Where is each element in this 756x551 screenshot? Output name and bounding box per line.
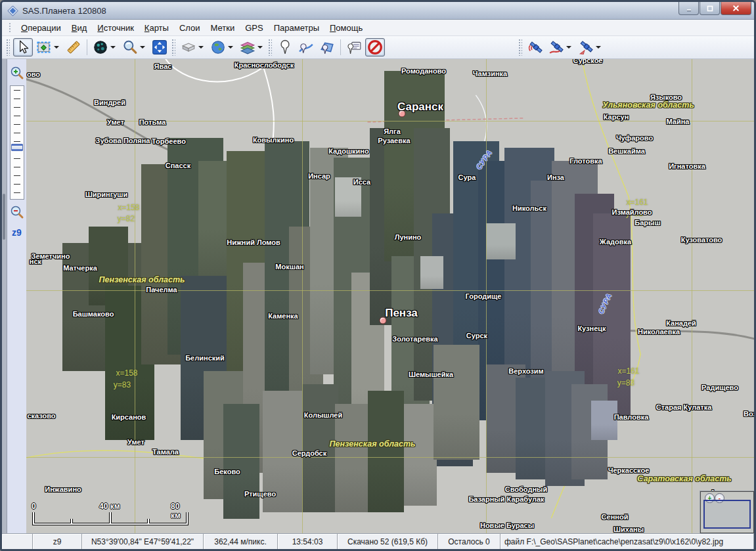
map-label-town: Вешкайма <box>608 147 645 155</box>
gps-connect-button[interactable] <box>525 38 545 56</box>
map-source-button[interactable] <box>208 38 236 56</box>
map-label-town: Радищево <box>701 384 738 391</box>
zoom-slider[interactable] <box>10 85 24 200</box>
menu-item-операции[interactable]: Операции <box>16 21 66 35</box>
map-label-town: Беково <box>214 468 240 475</box>
slider-tick <box>14 192 20 193</box>
dropdown-arrow-icon[interactable] <box>54 46 59 49</box>
panel-splitter[interactable] <box>2 59 7 533</box>
fullscreen-button[interactable] <box>150 38 169 56</box>
map-label-town: Канадей <box>666 319 696 327</box>
cache-box-icon <box>181 39 196 55</box>
graticule-line <box>26 290 754 291</box>
add-polygon-button[interactable] <box>317 38 337 56</box>
satellite-tile <box>404 404 437 506</box>
gps-center-button[interactable] <box>576 38 604 56</box>
map-label-town: Спасск <box>166 162 190 169</box>
satellite-tile <box>368 391 404 512</box>
close-button[interactable] <box>721 2 751 15</box>
slider-tick <box>14 175 20 176</box>
toolbar-grip[interactable] <box>171 39 175 56</box>
scale-label: 0 <box>32 502 36 511</box>
satellite-tile <box>335 404 368 512</box>
dark-globe-icon <box>93 39 108 55</box>
status-downloaded: Скачано 52 (619,5 Кб) <box>338 534 438 549</box>
map-label-town: Тамала <box>152 448 179 456</box>
pan-mode-button[interactable] <box>13 38 33 56</box>
map-label-town: Умет <box>127 438 145 446</box>
map-label-town: Матчерка <box>63 264 97 272</box>
menu-item-вид[interactable]: Вид <box>66 21 93 35</box>
map-label-city: Саранск <box>397 100 443 114</box>
map-label-tile: x=161 <box>626 198 648 207</box>
hide-placemarks-button[interactable] <box>365 38 385 56</box>
toolbar-separator <box>87 39 87 55</box>
dropdown-arrow-icon[interactable] <box>228 46 233 49</box>
slider-tick <box>14 107 20 108</box>
selection-manager-button[interactable] <box>34 38 62 56</box>
slider-tick <box>14 124 20 125</box>
prohibit-icon <box>367 39 383 55</box>
gps-track-button[interactable] <box>546 38 575 56</box>
menu-item-gps[interactable]: GPS <box>240 21 268 35</box>
toolbar <box>2 36 754 59</box>
minimize-button[interactable] <box>678 2 699 15</box>
map-label-town: Сура <box>458 173 476 181</box>
menu-item-помощь[interactable]: Помощь <box>324 21 368 35</box>
placemark-manager-button[interactable] <box>344 38 364 56</box>
gps-track-icon <box>548 39 564 55</box>
map-label-town: Ртищево <box>244 490 276 498</box>
minimap-viewport[interactable] <box>703 500 751 529</box>
map-label-town: Лунино <box>395 233 422 241</box>
satellite-tile <box>420 256 443 289</box>
layers-button[interactable] <box>238 38 266 56</box>
map-label-tile: x=158 <box>118 203 139 212</box>
menu-grip[interactable] <box>9 22 12 33</box>
title-bar[interactable]: SAS.Планета 120808 <box>2 2 754 20</box>
map-label-town: Новые Бурасы <box>480 521 534 529</box>
slider-thumb[interactable] <box>11 144 23 151</box>
map-canvas[interactable]: x=158y=82x=161y=82x=158y=83x=161y=83СУРА… <box>26 59 754 533</box>
map-label-region: Ульяновская область <box>602 100 694 110</box>
menu-item-метки[interactable]: Метки <box>206 21 240 35</box>
zoom-in-button[interactable] <box>10 66 24 80</box>
add-placemark-button[interactable] <box>275 38 295 56</box>
magnifier-icon <box>122 39 138 55</box>
menu-item-слои[interactable]: Слои <box>174 21 206 35</box>
menu-item-источник[interactable]: Источник <box>92 21 139 35</box>
dropdown-arrow-icon[interactable] <box>110 46 116 49</box>
map-label-town: Глотовка <box>569 157 602 165</box>
map-label-region: Саратовская область <box>637 474 731 483</box>
add-path-button[interactable] <box>296 38 316 56</box>
map-label-town: Базарный Карабулак <box>468 495 544 503</box>
cache-mode-button[interactable] <box>179 38 207 56</box>
dropdown-arrow-icon[interactable] <box>198 46 204 49</box>
fill-map-button[interactable] <box>91 38 119 56</box>
menu-item-параметры[interactable]: Параметры <box>269 21 324 35</box>
map-label-town: Никольск <box>512 204 546 212</box>
measure-distance-button[interactable] <box>64 38 83 56</box>
dropdown-arrow-icon[interactable] <box>596 46 601 49</box>
map-label-town: Чуфарово <box>616 134 653 142</box>
selection-rect-icon <box>36 39 52 55</box>
map-label-town: Торбеево <box>152 137 186 145</box>
dropdown-arrow-icon[interactable] <box>140 46 145 49</box>
zoom-out-button[interactable] <box>10 205 24 219</box>
close-icon <box>732 5 740 12</box>
menu-item-карты[interactable]: Карты <box>139 21 174 35</box>
dropdown-arrow-icon[interactable] <box>566 46 571 49</box>
maximize-button[interactable] <box>700 2 720 15</box>
map-label-town: Рузаевка <box>378 137 410 144</box>
splitter-grabber[interactable] <box>3 194 5 240</box>
minimap-panel[interactable]: + - <box>700 491 754 533</box>
dropdown-arrow-icon[interactable] <box>257 46 263 49</box>
toolbar-grip[interactable] <box>268 39 272 56</box>
map-label-town: Каменка <box>268 312 298 320</box>
zoom-tool-button[interactable] <box>120 38 148 56</box>
map-label-town: Городище <box>466 292 502 300</box>
toolbar-grip[interactable] <box>6 39 10 56</box>
toolbar-grip[interactable] <box>518 39 522 56</box>
scale-label: 40 км <box>99 502 120 511</box>
scale-bar: 0 40 км 80 км <box>32 502 189 528</box>
cursor-arrow-icon <box>15 39 31 55</box>
